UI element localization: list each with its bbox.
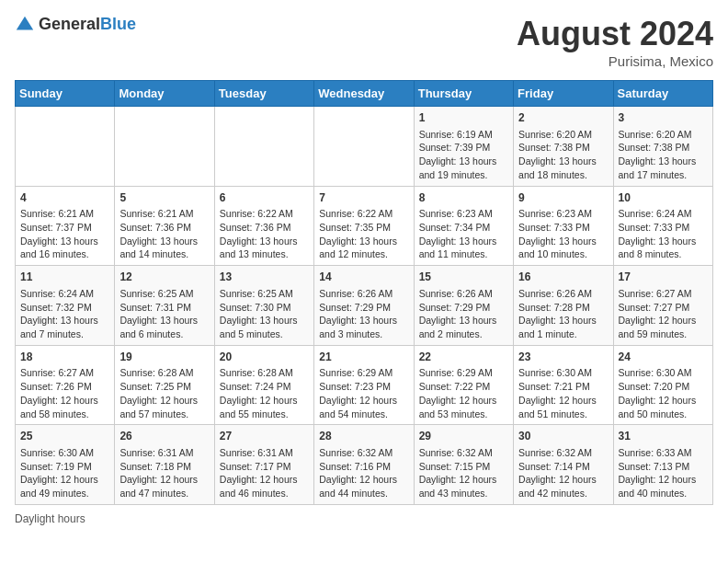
day-of-week-header: Monday [115, 81, 214, 107]
day-info: Sunrise: 6:29 AM Sunset: 7:23 PM Dayligh… [319, 366, 408, 420]
day-number: 31 [619, 429, 708, 444]
calendar-week-row: 18Sunrise: 6:27 AM Sunset: 7:26 PM Dayli… [16, 345, 713, 425]
calendar-cell: 8Sunrise: 6:23 AM Sunset: 7:34 PM Daylig… [414, 186, 513, 266]
day-info: Sunrise: 6:30 AM Sunset: 7:19 PM Dayligh… [20, 446, 109, 500]
day-of-week-header: Sunday [16, 81, 115, 107]
logo-general-text: General [39, 15, 100, 33]
calendar-cell: 13Sunrise: 6:25 AM Sunset: 7:30 PM Dayli… [214, 266, 313, 346]
calendar-cell: 23Sunrise: 6:30 AM Sunset: 7:21 PM Dayli… [514, 345, 613, 425]
day-number: 7 [319, 190, 408, 206]
day-info: Sunrise: 6:27 AM Sunset: 7:27 PM Dayligh… [619, 287, 708, 341]
day-info: Sunrise: 6:26 AM Sunset: 7:28 PM Dayligh… [518, 287, 608, 341]
logo: GeneralBlue [15, 15, 136, 35]
day-number: 14 [319, 270, 408, 285]
calendar-cell: 21Sunrise: 6:29 AM Sunset: 7:23 PM Dayli… [314, 345, 414, 425]
day-number: 6 [220, 190, 309, 206]
footer: Daylight hours [15, 512, 713, 525]
day-info: Sunrise: 6:24 AM Sunset: 7:32 PM Dayligh… [20, 287, 109, 341]
day-info: Sunrise: 6:31 AM Sunset: 7:17 PM Dayligh… [220, 446, 309, 500]
calendar-body: 1Sunrise: 6:19 AM Sunset: 7:39 PM Daylig… [16, 107, 713, 505]
calendar-cell: 30Sunrise: 6:32 AM Sunset: 7:14 PM Dayli… [514, 425, 613, 505]
day-info: Sunrise: 6:29 AM Sunset: 7:22 PM Dayligh… [419, 366, 508, 420]
calendar-cell: 22Sunrise: 6:29 AM Sunset: 7:22 PM Dayli… [414, 345, 513, 425]
calendar-cell: 6Sunrise: 6:22 AM Sunset: 7:36 PM Daylig… [214, 186, 313, 266]
day-number: 30 [518, 429, 608, 444]
calendar-cell: 12Sunrise: 6:25 AM Sunset: 7:31 PM Dayli… [115, 266, 214, 346]
day-info: Sunrise: 6:20 AM Sunset: 7:38 PM Dayligh… [518, 128, 608, 182]
day-number: 5 [119, 190, 209, 206]
day-info: Sunrise: 6:21 AM Sunset: 7:37 PM Dayligh… [20, 207, 109, 261]
day-info: Sunrise: 6:21 AM Sunset: 7:36 PM Dayligh… [119, 207, 209, 261]
day-info: Sunrise: 6:28 AM Sunset: 7:25 PM Dayligh… [119, 366, 209, 420]
day-info: Sunrise: 6:32 AM Sunset: 7:15 PM Dayligh… [419, 446, 508, 500]
calendar-cell: 4Sunrise: 6:21 AM Sunset: 7:37 PM Daylig… [16, 186, 115, 266]
calendar-table: SundayMondayTuesdayWednesdayThursdayFrid… [15, 80, 713, 505]
calendar-cell: 27Sunrise: 6:31 AM Sunset: 7:17 PM Dayli… [214, 425, 313, 505]
day-info: Sunrise: 6:23 AM Sunset: 7:33 PM Dayligh… [518, 207, 608, 261]
calendar-cell [214, 107, 313, 187]
day-number: 21 [319, 350, 408, 365]
day-info: Sunrise: 6:23 AM Sunset: 7:34 PM Dayligh… [419, 207, 508, 261]
calendar-cell: 14Sunrise: 6:26 AM Sunset: 7:29 PM Dayli… [314, 266, 414, 346]
day-info: Sunrise: 6:30 AM Sunset: 7:20 PM Dayligh… [619, 366, 708, 420]
calendar-week-row: 11Sunrise: 6:24 AM Sunset: 7:32 PM Dayli… [16, 266, 713, 346]
day-number: 2 [518, 110, 608, 126]
calendar-cell: 16Sunrise: 6:26 AM Sunset: 7:28 PM Dayli… [514, 266, 613, 346]
calendar-cell: 1Sunrise: 6:19 AM Sunset: 7:39 PM Daylig… [414, 107, 513, 187]
calendar-cell: 24Sunrise: 6:30 AM Sunset: 7:20 PM Dayli… [613, 345, 712, 425]
day-info: Sunrise: 6:31 AM Sunset: 7:18 PM Dayligh… [119, 446, 209, 500]
day-number: 25 [20, 429, 109, 444]
calendar-header: SundayMondayTuesdayWednesdayThursdayFrid… [16, 81, 713, 107]
calendar-cell: 18Sunrise: 6:27 AM Sunset: 7:26 PM Dayli… [16, 345, 115, 425]
calendar-cell: 17Sunrise: 6:27 AM Sunset: 7:27 PM Dayli… [613, 266, 712, 346]
calendar-cell: 7Sunrise: 6:22 AM Sunset: 7:35 PM Daylig… [314, 186, 414, 266]
title-block: August 2024 Purisima, Mexico [517, 15, 713, 69]
day-number: 8 [419, 190, 508, 206]
calendar-week-row: 1Sunrise: 6:19 AM Sunset: 7:39 PM Daylig… [16, 107, 713, 187]
calendar-cell: 10Sunrise: 6:24 AM Sunset: 7:33 PM Dayli… [613, 186, 712, 266]
day-number: 11 [20, 270, 109, 285]
calendar-cell: 25Sunrise: 6:30 AM Sunset: 7:19 PM Dayli… [16, 425, 115, 505]
day-info: Sunrise: 6:25 AM Sunset: 7:30 PM Dayligh… [220, 287, 309, 341]
day-info: Sunrise: 6:20 AM Sunset: 7:38 PM Dayligh… [619, 128, 708, 182]
calendar-cell [314, 107, 414, 187]
day-info: Sunrise: 6:24 AM Sunset: 7:33 PM Dayligh… [619, 207, 708, 261]
day-number: 4 [20, 190, 109, 206]
day-info: Sunrise: 6:30 AM Sunset: 7:21 PM Dayligh… [518, 366, 608, 420]
calendar-cell: 11Sunrise: 6:24 AM Sunset: 7:32 PM Dayli… [16, 266, 115, 346]
logo-blue-text: Blue [100, 15, 136, 33]
day-number: 16 [518, 270, 608, 285]
day-number: 9 [518, 190, 608, 206]
day-info: Sunrise: 6:25 AM Sunset: 7:31 PM Dayligh… [119, 287, 209, 341]
day-number: 23 [518, 350, 608, 365]
day-number: 19 [119, 350, 209, 365]
day-number: 13 [220, 270, 309, 285]
calendar-cell: 26Sunrise: 6:31 AM Sunset: 7:18 PM Dayli… [115, 425, 214, 505]
calendar-cell: 3Sunrise: 6:20 AM Sunset: 7:38 PM Daylig… [613, 107, 712, 187]
day-info: Sunrise: 6:22 AM Sunset: 7:36 PM Dayligh… [220, 207, 309, 261]
day-info: Sunrise: 6:26 AM Sunset: 7:29 PM Dayligh… [419, 287, 508, 341]
calendar-cell: 9Sunrise: 6:23 AM Sunset: 7:33 PM Daylig… [514, 186, 613, 266]
calendar-cell: 2Sunrise: 6:20 AM Sunset: 7:38 PM Daylig… [514, 107, 613, 187]
day-number: 22 [419, 350, 508, 365]
day-info: Sunrise: 6:32 AM Sunset: 7:14 PM Dayligh… [518, 446, 608, 500]
day-of-week-header: Tuesday [214, 81, 313, 107]
day-info: Sunrise: 6:33 AM Sunset: 7:13 PM Dayligh… [619, 446, 708, 500]
calendar-cell: 29Sunrise: 6:32 AM Sunset: 7:15 PM Dayli… [414, 425, 513, 505]
day-info: Sunrise: 6:28 AM Sunset: 7:24 PM Dayligh… [220, 366, 309, 420]
day-number: 15 [419, 270, 508, 285]
calendar-cell: 5Sunrise: 6:21 AM Sunset: 7:36 PM Daylig… [115, 186, 214, 266]
day-of-week-header: Wednesday [314, 81, 414, 107]
svg-marker-0 [17, 17, 33, 30]
day-info: Sunrise: 6:19 AM Sunset: 7:39 PM Dayligh… [419, 128, 508, 182]
day-number: 29 [419, 429, 508, 444]
day-number: 17 [619, 270, 708, 285]
calendar-cell: 19Sunrise: 6:28 AM Sunset: 7:25 PM Dayli… [115, 345, 214, 425]
day-number: 10 [619, 190, 708, 206]
day-number: 18 [20, 350, 109, 365]
day-info: Sunrise: 6:27 AM Sunset: 7:26 PM Dayligh… [20, 366, 109, 420]
page-header: GeneralBlue August 2024 Purisima, Mexico [15, 15, 713, 69]
day-of-week-header: Friday [514, 81, 613, 107]
day-number: 24 [619, 350, 708, 365]
calendar-cell [16, 107, 115, 187]
